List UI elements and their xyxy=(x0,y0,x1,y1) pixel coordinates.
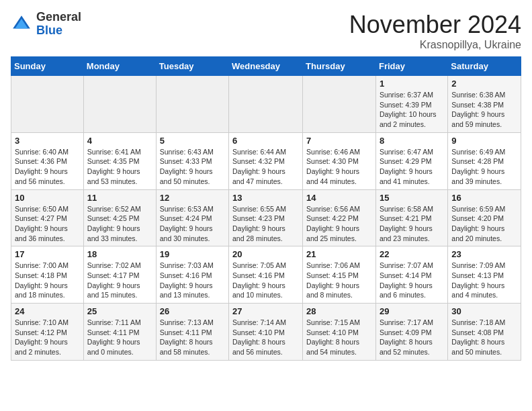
weekday-header: Friday xyxy=(375,57,447,76)
day-info: Sunrise: 7:15 AMSunset: 4:10 PMDaylight:… xyxy=(306,318,372,357)
day-number: 19 xyxy=(160,249,225,259)
logo-blue: Blue xyxy=(36,24,81,38)
calendar-cell: 19Sunrise: 7:03 AMSunset: 4:16 PMDayligh… xyxy=(156,246,228,304)
day-number: 20 xyxy=(232,249,299,259)
day-info: Sunrise: 6:44 AMSunset: 4:32 PMDaylight:… xyxy=(232,147,299,187)
day-number: 10 xyxy=(15,193,80,203)
day-info: Sunrise: 6:59 AMSunset: 4:20 PMDaylight:… xyxy=(451,204,517,244)
calendar-cell: 18Sunrise: 7:02 AMSunset: 4:17 PMDayligh… xyxy=(83,246,156,304)
calendar-cell: 26Sunrise: 7:13 AMSunset: 4:11 PMDayligh… xyxy=(156,304,228,361)
calendar-cell: 23Sunrise: 7:09 AMSunset: 4:13 PMDayligh… xyxy=(448,246,521,304)
day-number: 8 xyxy=(380,136,444,146)
day-info: Sunrise: 7:02 AMSunset: 4:17 PMDaylight:… xyxy=(87,261,152,300)
day-info: Sunrise: 6:55 AMSunset: 4:23 PMDaylight:… xyxy=(232,204,299,244)
weekday-header: Thursday xyxy=(303,57,376,76)
day-number: 15 xyxy=(380,193,444,203)
calendar-cell: 9Sunrise: 6:49 AMSunset: 4:28 PMDaylight… xyxy=(448,132,521,189)
calendar-cell: 6Sunrise: 6:44 AMSunset: 4:32 PMDaylight… xyxy=(229,132,303,189)
calendar-cell: 1Sunrise: 6:37 AMSunset: 4:39 PMDaylight… xyxy=(375,76,447,133)
calendar-cell: 25Sunrise: 7:11 AMSunset: 4:11 PMDayligh… xyxy=(83,304,156,361)
calendar-table: SundayMondayTuesdayWednesdayThursdayFrid… xyxy=(11,56,521,361)
calendar-cell: 5Sunrise: 6:43 AMSunset: 4:33 PMDaylight… xyxy=(156,132,228,189)
calendar-cell: 13Sunrise: 6:55 AMSunset: 4:23 PMDayligh… xyxy=(229,189,303,246)
day-number: 7 xyxy=(306,136,372,146)
day-number: 3 xyxy=(15,136,80,146)
logo: General Blue xyxy=(11,11,81,38)
calendar-cell: 30Sunrise: 7:18 AMSunset: 4:08 PMDayligh… xyxy=(448,304,521,361)
calendar-cell: 3Sunrise: 6:40 AMSunset: 4:36 PMDaylight… xyxy=(11,132,84,189)
calendar-cell xyxy=(303,76,376,133)
day-number: 12 xyxy=(160,193,225,203)
calendar-cell: 10Sunrise: 6:50 AMSunset: 4:27 PMDayligh… xyxy=(11,189,84,246)
calendar-cell: 15Sunrise: 6:58 AMSunset: 4:21 PMDayligh… xyxy=(375,189,447,246)
day-number: 5 xyxy=(160,136,225,146)
calendar-week-row: 24Sunrise: 7:10 AMSunset: 4:12 PMDayligh… xyxy=(11,304,521,361)
calendar-cell: 4Sunrise: 6:41 AMSunset: 4:35 PMDaylight… xyxy=(83,132,156,189)
page-header: General Blue November 2024 Krasnopillya,… xyxy=(11,11,521,51)
day-info: Sunrise: 7:11 AMSunset: 4:11 PMDaylight:… xyxy=(87,318,152,357)
day-info: Sunrise: 7:17 AMSunset: 4:09 PMDaylight:… xyxy=(380,318,444,357)
day-info: Sunrise: 6:52 AMSunset: 4:25 PMDaylight:… xyxy=(87,204,152,244)
day-info: Sunrise: 6:50 AMSunset: 4:27 PMDaylight:… xyxy=(15,204,80,244)
day-info: Sunrise: 6:56 AMSunset: 4:22 PMDaylight:… xyxy=(306,204,372,244)
calendar-cell: 28Sunrise: 7:15 AMSunset: 4:10 PMDayligh… xyxy=(303,304,376,361)
day-info: Sunrise: 7:03 AMSunset: 4:16 PMDaylight:… xyxy=(160,261,225,300)
calendar-cell: 20Sunrise: 7:05 AMSunset: 4:16 PMDayligh… xyxy=(229,246,303,304)
logo-text: General Blue xyxy=(36,11,81,38)
day-info: Sunrise: 7:05 AMSunset: 4:16 PMDaylight:… xyxy=(232,261,299,300)
calendar-cell xyxy=(229,76,303,133)
calendar-week-row: 1Sunrise: 6:37 AMSunset: 4:39 PMDaylight… xyxy=(11,76,521,133)
calendar-cell: 7Sunrise: 6:46 AMSunset: 4:30 PMDaylight… xyxy=(303,132,376,189)
calendar-cell: 29Sunrise: 7:17 AMSunset: 4:09 PMDayligh… xyxy=(375,304,447,361)
calendar-week-row: 17Sunrise: 7:00 AMSunset: 4:18 PMDayligh… xyxy=(11,246,521,304)
weekday-header-row: SundayMondayTuesdayWednesdayThursdayFrid… xyxy=(11,57,521,76)
day-number: 16 xyxy=(451,193,517,203)
calendar-cell: 12Sunrise: 6:53 AMSunset: 4:24 PMDayligh… xyxy=(156,189,228,246)
day-info: Sunrise: 7:18 AMSunset: 4:08 PMDaylight:… xyxy=(451,318,517,357)
day-number: 1 xyxy=(380,79,444,89)
day-number: 18 xyxy=(87,249,152,259)
day-number: 6 xyxy=(232,136,299,146)
weekday-header: Monday xyxy=(83,57,156,76)
day-number: 14 xyxy=(306,193,372,203)
day-info: Sunrise: 6:53 AMSunset: 4:24 PMDaylight:… xyxy=(160,204,225,244)
calendar-cell: 22Sunrise: 7:07 AMSunset: 4:14 PMDayligh… xyxy=(375,246,447,304)
title-block: November 2024 Krasnopillya, Ukraine xyxy=(349,11,521,51)
day-number: 4 xyxy=(87,136,152,146)
weekday-header: Wednesday xyxy=(229,57,303,76)
calendar-week-row: 10Sunrise: 6:50 AMSunset: 4:27 PMDayligh… xyxy=(11,189,521,246)
calendar-cell: 16Sunrise: 6:59 AMSunset: 4:20 PMDayligh… xyxy=(448,189,521,246)
day-number: 13 xyxy=(232,193,299,203)
day-info: Sunrise: 6:58 AMSunset: 4:21 PMDaylight:… xyxy=(380,204,444,244)
calendar-week-row: 3Sunrise: 6:40 AMSunset: 4:36 PMDaylight… xyxy=(11,132,521,189)
weekday-header: Sunday xyxy=(11,57,84,76)
day-info: Sunrise: 7:10 AMSunset: 4:12 PMDaylight:… xyxy=(15,318,80,357)
day-info: Sunrise: 6:49 AMSunset: 4:28 PMDaylight:… xyxy=(451,147,517,187)
day-info: Sunrise: 6:38 AMSunset: 4:38 PMDaylight:… xyxy=(451,90,517,130)
day-number: 26 xyxy=(160,306,225,316)
calendar-cell xyxy=(83,76,156,133)
day-info: Sunrise: 7:13 AMSunset: 4:11 PMDaylight:… xyxy=(160,318,225,357)
day-info: Sunrise: 7:09 AMSunset: 4:13 PMDaylight:… xyxy=(451,261,517,300)
day-info: Sunrise: 7:14 AMSunset: 4:10 PMDaylight:… xyxy=(232,318,299,357)
day-number: 9 xyxy=(451,136,517,146)
day-info: Sunrise: 7:06 AMSunset: 4:15 PMDaylight:… xyxy=(306,261,372,300)
calendar-cell xyxy=(11,76,84,133)
calendar-cell xyxy=(156,76,228,133)
day-number: 11 xyxy=(87,193,152,203)
day-number: 25 xyxy=(87,306,152,316)
weekday-header: Tuesday xyxy=(156,57,228,76)
day-number: 23 xyxy=(451,249,517,259)
day-number: 21 xyxy=(306,249,372,259)
day-number: 17 xyxy=(15,249,80,259)
weekday-header: Saturday xyxy=(448,57,521,76)
calendar-cell: 17Sunrise: 7:00 AMSunset: 4:18 PMDayligh… xyxy=(11,246,84,304)
day-number: 30 xyxy=(451,306,517,316)
day-info: Sunrise: 6:40 AMSunset: 4:36 PMDaylight:… xyxy=(15,147,80,187)
day-number: 29 xyxy=(380,306,444,316)
calendar-cell: 24Sunrise: 7:10 AMSunset: 4:12 PMDayligh… xyxy=(11,304,84,361)
calendar-cell: 21Sunrise: 7:06 AMSunset: 4:15 PMDayligh… xyxy=(303,246,376,304)
day-number: 27 xyxy=(232,306,299,316)
day-number: 24 xyxy=(15,306,80,316)
calendar-cell: 2Sunrise: 6:38 AMSunset: 4:38 PMDaylight… xyxy=(448,76,521,133)
